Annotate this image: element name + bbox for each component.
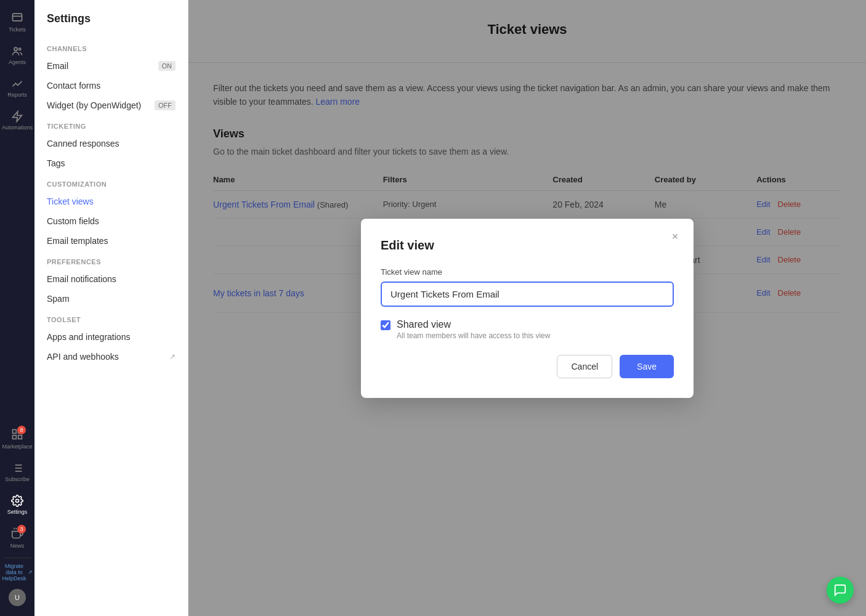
nav-item-marketplace[interactable]: 8 Marketplace — [0, 422, 34, 456]
field-label-view-name: Ticket view name — [381, 267, 674, 277]
svg-rect-7 — [13, 436, 17, 439]
nav-agents-label: Agents — [9, 59, 26, 65]
svg-rect-5 — [13, 430, 17, 434]
sidebar-item-email-notifications[interactable]: Email notifications — [34, 269, 188, 289]
sidebar-item-contact-forms[interactable]: Contact forms — [34, 76, 188, 95]
shared-view-checkbox[interactable] — [381, 320, 391, 330]
chat-bubble-button[interactable] — [827, 577, 854, 604]
svg-point-2 — [14, 47, 17, 51]
external-link-icon: ↗ — [169, 352, 176, 361]
agents-icon — [11, 45, 23, 57]
section-preferences: Preferences — [34, 251, 188, 269]
settings-sidebar: Settings Channels Email ON Contact forms… — [34, 0, 188, 616]
user-avatar[interactable]: U — [9, 589, 26, 606]
cancel-button[interactable]: Cancel — [557, 355, 612, 378]
modal-overlay: × Edit view Ticket view name Shared view… — [188, 0, 866, 616]
sidebar-item-tags[interactable]: Tags — [34, 153, 188, 173]
svg-marker-4 — [13, 111, 22, 122]
shared-view-desc: All team members will have access to thi… — [397, 331, 550, 340]
nav-item-settings[interactable]: Settings — [0, 488, 34, 521]
svg-point-3 — [19, 48, 21, 50]
nav-news-label: News — [10, 543, 25, 549]
view-name-input[interactable] — [381, 282, 674, 307]
nav-settings-label: Settings — [7, 509, 28, 515]
sidebar-item-ticket-views[interactable]: Ticket views — [34, 192, 188, 211]
modal-close-button[interactable]: × — [666, 229, 684, 246]
ticket-icon — [11, 11, 23, 23]
sidebar-item-email-templates[interactable]: Email templates — [34, 231, 188, 251]
nav-marketplace-label: Marketplace — [2, 444, 32, 450]
nav-divider — [4, 557, 31, 558]
section-customization: Customization — [34, 173, 188, 192]
sidebar-item-spam[interactable]: Spam — [34, 289, 188, 309]
subscribe-icon — [11, 462, 23, 474]
edit-view-modal: × Edit view Ticket view name Shared view… — [361, 219, 694, 398]
nav-subscribe-label: Subscribe — [5, 476, 30, 482]
svg-point-15 — [16, 500, 19, 503]
nav-item-agents[interactable]: Agents — [2, 39, 33, 71]
automations-icon — [11, 110, 23, 123]
news-badge: 3 — [17, 525, 26, 533]
section-ticketing: Ticketing — [34, 115, 188, 134]
email-toggle: ON — [158, 61, 176, 71]
sidebar-item-apps-integrations[interactable]: Apps and integrations — [34, 327, 188, 347]
svg-rect-0 — [13, 14, 22, 21]
migrate-data-link[interactable]: Migrate data to HelpDesk ↗ — [0, 561, 35, 584]
modal-title: Edit view — [381, 238, 674, 253]
settings-title: Settings — [34, 12, 188, 38]
sidebar-item-email[interactable]: Email ON — [34, 56, 188, 76]
section-toolset: Toolset — [34, 309, 188, 327]
save-button[interactable]: Save — [620, 355, 674, 378]
nav-item-tickets[interactable]: Tickets — [2, 5, 33, 39]
marketplace-badge: 8 — [17, 426, 26, 434]
main-content: Ticket views Filter out the tickets you … — [188, 0, 866, 616]
chat-icon — [833, 583, 847, 597]
nav-item-news[interactable]: 3 News — [0, 521, 34, 555]
shared-view-row: Shared view All team members will have a… — [381, 319, 674, 340]
modal-footer: Cancel Save — [381, 355, 674, 378]
settings-icon — [11, 495, 23, 507]
widget-toggle: OFF — [155, 100, 176, 110]
reports-icon — [11, 78, 23, 90]
left-navigation: Tickets Agents Reports Automations — [0, 0, 34, 616]
nav-tickets-label: Tickets — [9, 26, 26, 33]
sidebar-item-custom-fields[interactable]: Custom fields — [34, 211, 188, 231]
sidebar-item-widget[interactable]: Widget (by OpenWidget) OFF — [34, 95, 188, 115]
nav-automations-label: Automations — [2, 124, 33, 131]
nav-item-automations[interactable]: Automations — [2, 104, 33, 137]
section-channels: Channels — [34, 38, 188, 56]
checkbox-text-block: Shared view All team members will have a… — [397, 319, 550, 340]
sidebar-item-canned-responses[interactable]: Canned responses — [34, 134, 188, 153]
nav-reports-label: Reports — [7, 92, 27, 98]
nav-item-subscribe[interactable]: Subscribe — [0, 456, 34, 488]
shared-view-label: Shared view — [397, 319, 550, 330]
nav-item-reports[interactable]: Reports — [2, 71, 33, 104]
sidebar-item-api-webhooks[interactable]: API and webhooks ↗ — [34, 347, 188, 367]
svg-rect-8 — [18, 436, 22, 439]
